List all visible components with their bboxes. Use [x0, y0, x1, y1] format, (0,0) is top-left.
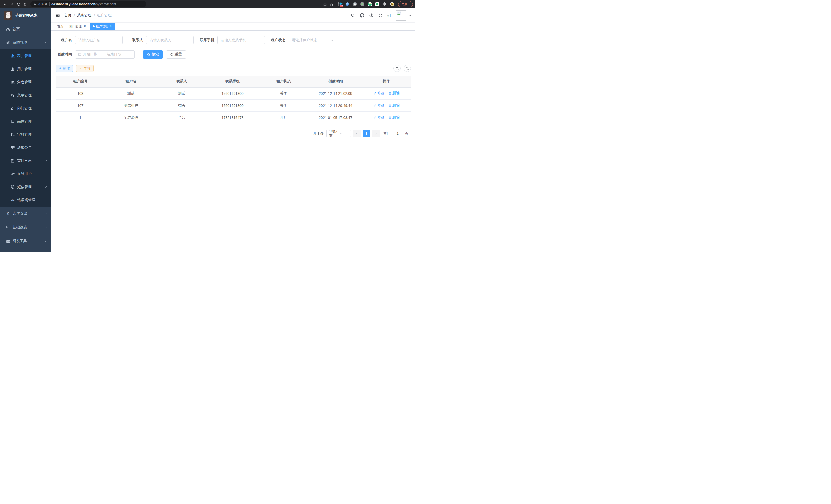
sidebar-item-system[interactable]: 系统管理: [0, 36, 51, 49]
reset-button[interactable]: 重置: [166, 50, 186, 59]
edit-button[interactable]: 修改: [373, 91, 385, 95]
bookmark-star-icon[interactable]: [329, 2, 334, 7]
edit-button[interactable]: 修改: [373, 103, 385, 108]
navbar-actions: TT: [350, 10, 411, 21]
sidebar-item-pay[interactable]: ¥支付管理: [0, 207, 51, 220]
sidebar-item-menu[interactable]: 菜单管理: [0, 89, 51, 102]
show-search-button[interactable]: [393, 65, 401, 72]
extension-chat-icon[interactable]: [375, 2, 379, 6]
avatar-caret-icon[interactable]: [409, 14, 411, 16]
search-button[interactable]: 搜索: [143, 50, 163, 59]
sidebar-item-dev-tools[interactable]: 研发工具: [0, 234, 51, 248]
org-icon: [10, 106, 15, 111]
extension-balloon-icon[interactable]: [345, 2, 350, 6]
status-label: 租户状态: [269, 38, 285, 42]
sidebar-item-label: 部门管理: [17, 106, 32, 111]
table-toolbar-right: [393, 65, 411, 72]
browser-menu-icon[interactable]: [409, 3, 410, 6]
cell-name: 测试租户: [105, 99, 156, 112]
delete-button[interactable]: 删除: [388, 115, 400, 120]
sidebar-item-sms[interactable]: 短信管理: [0, 180, 51, 194]
tree-icon: [10, 93, 15, 98]
date-range-picker[interactable]: 开始日期 - 结束日期: [75, 50, 135, 59]
extensions-puzzle-icon[interactable]: [382, 2, 387, 6]
sidebar-item-notice[interactable]: 通知公告: [0, 141, 51, 154]
address-bar[interactable]: 不安全 dashboard.yudao.iocoder.cn/system/te…: [30, 1, 146, 7]
sidebar-item-audit-log[interactable]: 审计日志: [0, 154, 51, 167]
breadcrumb-item-1[interactable]: 系统管理: [77, 13, 91, 18]
url-divider: [49, 2, 50, 6]
tab-tenant[interactable]: 租户管理×: [90, 23, 115, 30]
page-number-1[interactable]: 1: [363, 130, 370, 137]
sidebar-item-label: 审计日志: [17, 158, 32, 163]
edit-button[interactable]: 修改: [373, 115, 385, 120]
share-icon[interactable]: [322, 2, 327, 7]
sidebar-menu: 首页系统管理租户管理用户管理角色管理菜单管理部门管理岗位管理字典管理通知公告审计…: [0, 23, 51, 248]
column-header-3: 联系手机: [207, 76, 258, 87]
mobile-input[interactable]: [218, 36, 265, 44]
sidebar-item-online-user[interactable]: 在线用户: [0, 167, 51, 180]
user-icon: [10, 67, 15, 71]
cell-mobile: 15601691300: [207, 99, 258, 112]
delete-button[interactable]: 删除: [388, 91, 400, 95]
font-size-icon[interactable]: TT: [387, 13, 391, 18]
home-icon[interactable]: [23, 2, 28, 7]
reload-icon[interactable]: [16, 2, 21, 7]
avatar[interactable]: [396, 10, 406, 21]
sidebar-item-user[interactable]: 用户管理: [0, 62, 51, 76]
sidebar-item-label: 系统管理: [12, 40, 27, 45]
status-select[interactable]: 请选择租户状态: [289, 36, 336, 44]
sidebar-item-error-code[interactable]: </>错误码管理: [0, 194, 51, 207]
browser-update-button[interactable]: 更新: [398, 1, 413, 7]
column-header-5: 创建时间: [309, 76, 362, 87]
tab-close-icon[interactable]: ×: [110, 25, 113, 28]
create-time-label: 创建时间: [56, 52, 72, 57]
delete-button[interactable]: 删除: [388, 103, 400, 108]
extension-grid-icon[interactable]: 10: [338, 2, 342, 6]
breadcrumb-item-0[interactable]: 首页: [64, 13, 71, 18]
tab-dept[interactable]: 部门管理×: [67, 23, 89, 30]
chevron-down-icon: [44, 212, 47, 215]
forward-icon[interactable]: [9, 2, 15, 7]
extension-tray: 10 ⌘ Y: [338, 2, 395, 6]
help-icon[interactable]: [369, 13, 374, 18]
tab-home[interactable]: 首页: [55, 23, 66, 30]
sidebar-item-post[interactable]: 岗位管理: [0, 115, 51, 128]
sidebar-item-tenant[interactable]: 租户管理: [0, 49, 51, 62]
contact-input[interactable]: [146, 36, 194, 44]
sidebar-item-role[interactable]: 角色管理: [0, 76, 51, 89]
search-icon[interactable]: [350, 13, 355, 18]
tenant-name-input[interactable]: [75, 36, 122, 44]
page-size-select[interactable]: 10条/页: [326, 130, 351, 137]
app-root: 芋道管理系统 首页系统管理租户管理用户管理角色管理菜单管理部门管理岗位管理字典管…: [0, 8, 416, 252]
back-icon[interactable]: [3, 2, 8, 7]
security-label: 不安全: [38, 2, 48, 6]
sidebar-item-dict[interactable]: 字典管理: [0, 128, 51, 141]
app-logo[interactable]: 芋道管理系统: [0, 8, 51, 23]
users-icon: [10, 80, 15, 85]
github-icon[interactable]: [360, 13, 364, 18]
prev-page-button[interactable]: [353, 130, 361, 137]
tab-label: 首页: [57, 24, 63, 29]
next-page-button[interactable]: [372, 130, 379, 137]
badge-icon: [10, 119, 15, 124]
sidebar-item-dept[interactable]: 部门管理: [0, 102, 51, 115]
extension-yudao-icon[interactable]: Y: [368, 2, 372, 6]
status-select-placeholder: 请选择租户状态: [292, 38, 331, 42]
cell-status: 关闭: [258, 99, 309, 112]
extension-record-icon[interactable]: [360, 2, 365, 6]
extension-command-icon[interactable]: ⌘: [352, 2, 357, 6]
refresh-table-button[interactable]: [404, 65, 411, 72]
sidebar-item-home[interactable]: 首页: [0, 23, 51, 36]
security-warning-icon[interactable]: [33, 3, 36, 6]
breadcrumb-separator: /: [94, 13, 95, 18]
add-button[interactable]: 新增: [56, 65, 73, 72]
tab-close-icon[interactable]: ×: [83, 25, 87, 28]
sidebar-collapse-icon[interactable]: [55, 13, 60, 18]
goto-page-input[interactable]: [392, 130, 403, 137]
sidebar-item-infra[interactable]: 基础设施: [0, 220, 51, 234]
fullscreen-icon[interactable]: [378, 13, 383, 18]
export-button[interactable]: 导出: [76, 65, 93, 72]
profile-avatar-icon[interactable]: [390, 2, 395, 6]
column-header-6: 操作: [362, 76, 411, 87]
